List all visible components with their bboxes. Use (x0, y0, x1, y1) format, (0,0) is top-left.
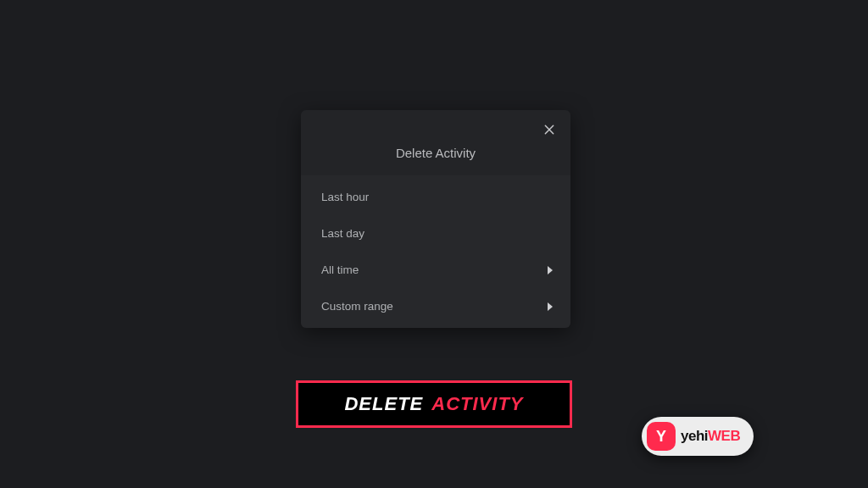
dialog-options-list: Last hour Last day All time Custom range (301, 175, 570, 328)
caption-banner: DELETE ACTIVITY (296, 380, 572, 428)
watermark-logo-icon: Y (647, 422, 676, 451)
watermark-badge: Y yehi WEB (642, 417, 754, 456)
chevron-right-icon (547, 302, 554, 311)
option-label: Last day (321, 227, 364, 240)
close-icon (542, 123, 556, 140)
option-all-time[interactable]: All time (301, 252, 570, 288)
svg-marker-2 (548, 266, 553, 274)
svg-marker-3 (548, 302, 553, 311)
watermark-text: yehi WEB (681, 428, 740, 445)
option-label: Custom range (321, 300, 393, 313)
option-last-hour[interactable]: Last hour (301, 179, 570, 215)
watermark-logo-letter: Y (656, 428, 666, 446)
option-label: All time (321, 263, 359, 276)
close-button[interactable] (538, 120, 560, 142)
watermark-text-part2: WEB (708, 428, 740, 445)
chevron-right-icon (547, 266, 554, 274)
dialog-header: Delete Activity (301, 110, 570, 175)
option-label: Last hour (321, 191, 369, 203)
caption-word-1: DELETE (344, 393, 423, 415)
caption-word-2: ACTIVITY (431, 393, 523, 415)
dialog-title: Delete Activity (314, 146, 557, 160)
watermark-text-part1: yehi (681, 428, 708, 445)
option-custom-range[interactable]: Custom range (301, 288, 570, 324)
option-last-day[interactable]: Last day (301, 215, 570, 252)
delete-activity-dialog: Delete Activity Last hour Last day All t… (301, 110, 570, 328)
